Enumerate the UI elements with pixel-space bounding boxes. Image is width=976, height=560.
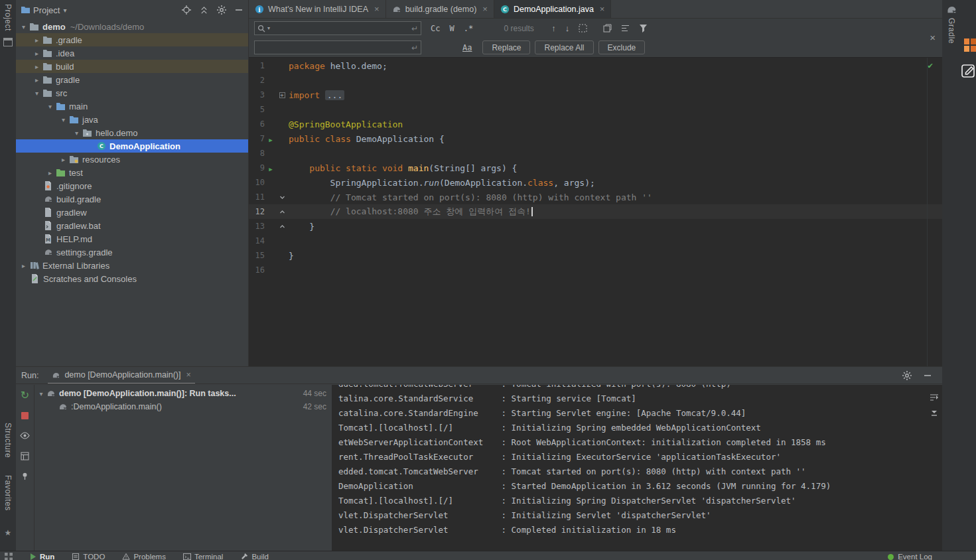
run-line-icon[interactable]: ▶	[269, 137, 272, 143]
tree-chevron-icon[interactable]: ▸	[32, 63, 42, 70]
project-tree-item[interactable]: build.gradle	[16, 192, 248, 206]
run-tab-close-icon[interactable]: ×	[186, 370, 190, 380]
previous-occurrence-icon[interactable]: ↑	[551, 23, 556, 33]
search-field[interactable]: ▾ ↵	[254, 21, 421, 35]
editor-tab[interactable]: iWhat's New in IntelliJ IDEA×	[249, 0, 386, 18]
new-line-icon[interactable]: ↵	[411, 24, 418, 33]
find-in-selection-icon[interactable]	[579, 24, 587, 33]
tool-window-button-structure[interactable]: Structure	[3, 423, 13, 458]
tree-chevron-icon[interactable]: ▾	[58, 116, 68, 123]
tree-chevron-icon[interactable]: ▸	[32, 76, 42, 84]
show-passed-eye-icon[interactable]	[20, 431, 30, 441]
tree-chevron-icon[interactable]: ▸	[58, 156, 68, 163]
hide-panel-icon[interactable]	[235, 6, 243, 14]
highlight-all-icon[interactable]	[621, 24, 630, 33]
project-tree-item[interactable]: Scratches and Consoles	[16, 272, 248, 285]
event-log-button[interactable]: Event Log	[888, 553, 932, 560]
run-line-icon[interactable]: ▶	[269, 166, 272, 173]
fold-expand-icon[interactable]: +	[279, 92, 285, 98]
favorites-star-icon[interactable]: ★	[5, 528, 12, 537]
restore-layout-icon[interactable]	[21, 452, 29, 460]
editor-tab[interactable]: build.gradle (demo)×	[386, 0, 494, 18]
search-history-icon[interactable]: ▾	[267, 25, 270, 31]
editor-line[interactable]: 6@SpringBootApplication	[249, 117, 942, 131]
tool-window-switcher-icon[interactable]	[5, 553, 13, 560]
editor-line[interactable]: 5	[249, 102, 942, 117]
editor-line[interactable]: 9▶ public static void main(String[] args…	[249, 161, 942, 175]
run-tree-item[interactable]: ▾demo [DemoApplication.main()]: Run task…	[35, 387, 332, 400]
project-view-selector[interactable]: Project ▾	[21, 5, 67, 15]
hide-run-panel-icon[interactable]	[924, 372, 932, 380]
editor-line[interactable]: 8	[249, 146, 942, 161]
tool-window-button-project[interactable]: Project	[3, 4, 13, 31]
project-tree-item[interactable]: .gitignore	[16, 179, 248, 192]
statusbar-tab-terminal[interactable]: Terminal	[183, 551, 223, 560]
tree-chevron-icon[interactable]: ▸	[45, 169, 55, 176]
search-input[interactable]	[272, 24, 409, 33]
tab-close-icon[interactable]: ×	[600, 4, 605, 14]
editor-line[interactable]: 11 // Tomcat started on port(s): 8080 (h…	[249, 190, 942, 204]
project-tree-item[interactable]: settings.gradle	[16, 245, 248, 259]
rerun-icon[interactable]: ↻	[21, 390, 29, 401]
statusbar-tab-run[interactable]: Run	[30, 551, 54, 560]
scroll-to-end-icon[interactable]	[930, 408, 939, 417]
inspections-ok-icon[interactable]: ✔	[928, 60, 933, 70]
tab-close-icon[interactable]: ×	[482, 4, 488, 14]
editor-tab[interactable]: CDemoApplication.java×	[494, 0, 612, 18]
editor-line[interactable]: 14	[249, 234, 942, 248]
project-tree-item[interactable]: ▸test	[16, 166, 248, 179]
open-in-find-window-icon[interactable]	[603, 24, 612, 33]
editor-line[interactable]: 2	[249, 73, 942, 88]
replace-field[interactable]: ↵	[254, 40, 421, 54]
settings-gear-icon[interactable]	[217, 5, 226, 15]
editor-line[interactable]: 7▶public class DemoApplication {	[249, 131, 942, 146]
project-tree-item[interactable]: ▸build	[16, 60, 248, 73]
statusbar-tab-todo[interactable]: TODO	[72, 551, 105, 560]
statusbar-tab-problems[interactable]: Problems	[122, 551, 166, 560]
match-case-toggle[interactable]: Cc	[431, 24, 440, 33]
project-tree-item[interactable]: ▾hello.demo	[16, 126, 248, 139]
next-occurrence-icon[interactable]: ↓	[565, 23, 570, 33]
tree-chevron-icon[interactable]: ▾	[32, 90, 42, 97]
editor-line[interactable]: 16	[249, 263, 942, 277]
collapse-all-icon[interactable]	[200, 6, 208, 15]
tree-chevron-icon[interactable]: ▾	[45, 103, 55, 110]
whole-words-toggle[interactable]: W	[449, 24, 454, 33]
project-tree-item[interactable]: CDemoApplication	[16, 139, 248, 153]
pin-icon[interactable]	[21, 472, 29, 480]
replace-button[interactable]: Replace	[482, 40, 530, 54]
tree-chevron-icon[interactable]: ▸	[32, 50, 42, 57]
fold-region-end-icon[interactable]	[279, 224, 285, 230]
project-tree-item[interactable]: ▸resources	[16, 153, 248, 166]
editor-line[interactable]: 1package hello.demo;	[249, 58, 942, 73]
editor-line[interactable]: 10 SpringApplication.run(DemoApplication…	[249, 175, 942, 190]
tree-chevron-icon[interactable]: ▾	[19, 23, 29, 31]
editor-line[interactable]: 12 // localhost:8080 주소 창에 입력하여 접속!	[249, 204, 942, 219]
project-tree-item[interactable]: ▾main	[16, 100, 248, 113]
editor-line[interactable]: 3+import ...	[249, 88, 942, 102]
project-tree-item[interactable]: ▾src	[16, 86, 248, 100]
run-tree-item[interactable]: :DemoApplication.main()42 sec	[35, 400, 332, 413]
project-tree-item[interactable]: ▸.idea	[16, 46, 248, 60]
fold-region-start-icon[interactable]	[279, 194, 285, 200]
edit-pencil-icon[interactable]	[961, 62, 975, 78]
tree-chevron-icon[interactable]: ▾	[36, 390, 46, 397]
project-tree-item[interactable]: ▸gradle	[16, 73, 248, 86]
colorful-grid-icon[interactable]	[964, 38, 976, 52]
project-tree-item[interactable]: ▾demo~/Downloads/demo	[16, 20, 248, 33]
locate-file-icon[interactable]	[182, 5, 191, 15]
project-tree-item[interactable]: gradlew.bat	[16, 219, 248, 232]
run-console[interactable]: dded.tomcat.TomcatWebServer : Tomcat ini…	[332, 385, 942, 551]
replace-input[interactable]	[257, 43, 409, 52]
statusbar-tab-build[interactable]: Build	[240, 551, 269, 560]
project-tree-item[interactable]: ▸External Libraries	[16, 259, 248, 272]
regex-toggle[interactable]: .*	[464, 24, 473, 33]
editor-line[interactable]: 13 }	[249, 219, 942, 234]
tree-chevron-icon[interactable]: ▸	[32, 36, 42, 44]
tree-chevron-icon[interactable]: ▾	[72, 129, 82, 137]
filter-icon[interactable]	[639, 24, 648, 33]
tree-chevron-icon[interactable]: ▸	[19, 262, 29, 269]
tool-window-button-favorites[interactable]: Favorites	[3, 475, 13, 511]
stop-icon[interactable]	[21, 412, 29, 419]
soft-wrap-icon[interactable]	[930, 393, 939, 402]
